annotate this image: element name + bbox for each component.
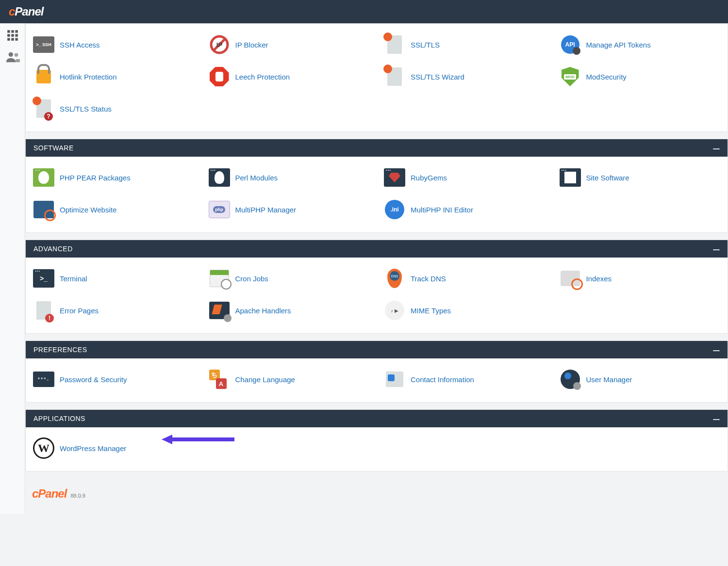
grid-icon: [6, 29, 19, 42]
annotation-arrow-icon: [162, 432, 234, 447]
indexes-icon: [561, 271, 580, 286]
modsecurity-icon: MOD: [562, 67, 579, 86]
item-multiphp-ini[interactable]: .iniMultiPHP INI Editor: [377, 194, 552, 226]
item-password[interactable]: ***-Password & Security: [26, 363, 201, 395]
language-icon: ちA: [209, 370, 230, 389]
item-multiphp[interactable]: phpMultiPHP Manager: [201, 194, 377, 226]
item-label: Indexes: [586, 275, 612, 283]
main-content: SSH Access IPIP Blocker SSL/TLS APIManag…: [25, 23, 728, 514]
section-header-applications[interactable]: APPLICATIONS –: [26, 410, 728, 427]
sidebar: [0, 23, 25, 514]
svg-rect-0: [7, 30, 10, 32]
item-cron[interactable]: Cron Jobs: [201, 262, 377, 294]
item-modsecurity[interactable]: MODModSecurity: [552, 61, 728, 93]
item-trackdns[interactable]: Track DNS: [377, 262, 552, 294]
item-label: Apache Handlers: [235, 307, 291, 315]
item-leech[interactable]: Leech Protection: [201, 61, 377, 93]
section-header-software[interactable]: SOFTWARE –: [26, 139, 728, 157]
pear-icon: [33, 168, 54, 187]
item-optimize[interactable]: Optimize Website: [26, 194, 201, 226]
svg-rect-4: [11, 34, 14, 36]
sidebar-users-button[interactable]: [5, 49, 20, 64]
cron-icon: [210, 270, 229, 287]
terminal-icon: >_: [33, 269, 54, 288]
wordpress-icon: W: [33, 437, 54, 459]
item-error-pages[interactable]: Error Pages: [26, 294, 201, 326]
item-site-software[interactable]: Site Software: [552, 162, 728, 194]
item-api-tokens[interactable]: APIManage API Tokens: [552, 29, 728, 61]
item-language[interactable]: ちAChange Language: [201, 363, 377, 395]
footer: cPanel 88.0.9: [25, 478, 728, 514]
sidebar-grid-button[interactable]: [5, 28, 20, 43]
section-header-advanced[interactable]: ADVANCED –: [26, 240, 728, 258]
item-label: Site Software: [586, 174, 629, 182]
item-indexes[interactable]: Indexes: [552, 262, 728, 294]
item-label: Track DNS: [411, 275, 446, 283]
item-label: Change Language: [235, 375, 295, 384]
svg-rect-5: [15, 34, 17, 36]
item-label: ModSecurity: [586, 73, 627, 81]
item-ssl-status[interactable]: ?SSL/TLS Status: [26, 93, 201, 125]
ip-blocker-icon: IP: [208, 34, 231, 55]
item-contact[interactable]: Contact Information: [377, 363, 552, 395]
item-label: User Manager: [586, 375, 632, 384]
item-label: Error Pages: [60, 307, 99, 315]
item-label: Terminal: [60, 275, 87, 283]
item-terminal[interactable]: >_Terminal: [26, 262, 201, 294]
item-label: Perl Modules: [235, 174, 278, 182]
ruby-icon: [384, 168, 405, 187]
mime-icon: ♪ ▶: [385, 301, 404, 320]
topbar: ccPanelPanel: [0, 0, 728, 23]
hotlink-icon: [36, 70, 51, 83]
item-ssh-access[interactable]: SSH Access: [26, 29, 201, 61]
section-security: SSH Access IPIP Blocker SSL/TLS APIManag…: [25, 23, 728, 132]
section-preferences: PREFERENCES – ***-Password & Security ちA…: [25, 340, 728, 403]
api-icon: API: [561, 35, 579, 54]
item-label: WordPress Manager: [60, 444, 126, 453]
item-hotlink[interactable]: Hotlink Protection: [26, 61, 201, 93]
section-header-preferences[interactable]: PREFERENCES –: [26, 341, 728, 358]
svg-rect-6: [7, 38, 10, 40]
section-title: PREFERENCES: [33, 346, 87, 354]
item-php-pear[interactable]: PHP PEAR Packages: [26, 162, 201, 194]
item-mime[interactable]: ♪ ▶MIME Types: [377, 294, 552, 326]
item-label: SSH Access: [60, 41, 100, 49]
puzzle-icon: [560, 168, 581, 187]
svg-rect-8: [15, 38, 17, 40]
cpanel-footer-logo[interactable]: cPanel: [32, 487, 66, 501]
item-label: SSL/TLS Status: [60, 105, 112, 113]
multiphp-icon: php: [209, 201, 230, 218]
item-ruby[interactable]: RubyGems: [377, 162, 552, 194]
item-apache[interactable]: Apache Handlers: [201, 294, 377, 326]
item-ssl-tls[interactable]: SSL/TLS: [377, 29, 552, 61]
item-perl[interactable]: Perl Modules: [201, 162, 377, 194]
svg-marker-15: [162, 435, 172, 444]
item-user-manager[interactable]: User Manager: [552, 363, 728, 395]
leech-icon: [210, 67, 229, 86]
cpanel-logo[interactable]: ccPanelPanel: [9, 5, 43, 18]
item-ssl-wizard[interactable]: SSL/TLS Wizard: [377, 61, 552, 93]
apache-icon: [209, 302, 230, 319]
svg-text:IP: IP: [216, 41, 222, 49]
version-label: 88.0.9: [70, 493, 85, 499]
svg-rect-7: [11, 38, 14, 40]
section-advanced: ADVANCED – >_Terminal Cron Jobs Track DN…: [25, 240, 728, 334]
svg-rect-3: [7, 34, 10, 36]
item-ip-blocker[interactable]: IPIP Blocker: [201, 29, 377, 61]
item-label: Leech Protection: [235, 73, 290, 81]
ini-icon: .ini: [385, 200, 404, 219]
collapse-icon: –: [713, 416, 720, 421]
optimize-icon: [33, 201, 54, 218]
item-label: PHP PEAR Packages: [60, 174, 131, 182]
item-label: Cron Jobs: [235, 275, 268, 283]
contact-icon: [386, 372, 403, 387]
trackdns-icon: [387, 269, 402, 288]
item-label: Password & Security: [60, 375, 127, 384]
section-software: SOFTWARE – PHP PEAR Packages Perl Module…: [25, 139, 728, 233]
item-label: Optimize Website: [60, 206, 116, 214]
item-label: MultiPHP INI Editor: [411, 206, 473, 214]
item-label: MIME Types: [411, 307, 451, 315]
item-label: IP Blocker: [235, 41, 268, 49]
ssl-wizard-icon: [387, 67, 402, 86]
errorpages-icon: [36, 301, 51, 320]
